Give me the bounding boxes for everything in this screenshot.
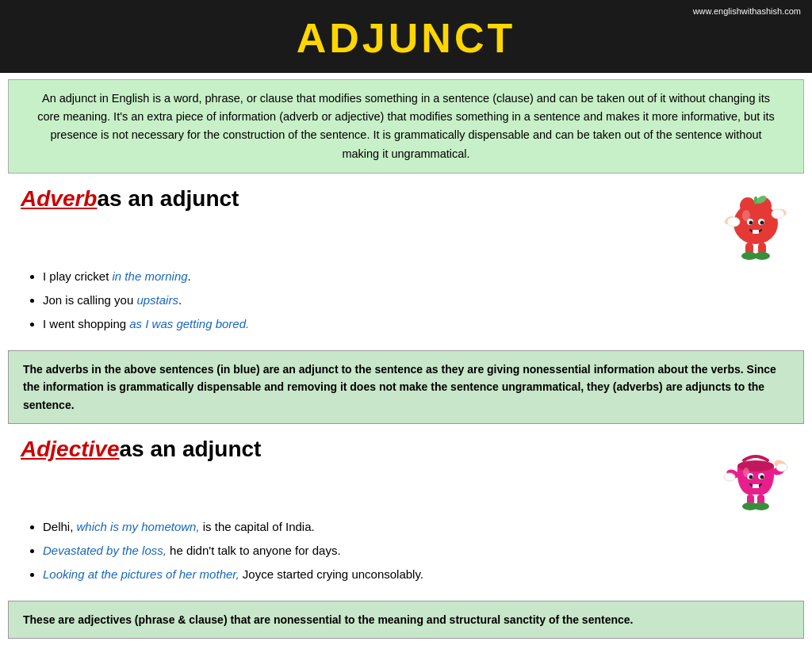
definition-text: An adjunct in English is a word, phrase,…	[37, 92, 775, 160]
adjective-heading-rest: as an adjunct	[120, 437, 262, 462]
bullet-text-after: .	[188, 269, 191, 283]
adverb-bullet-list: I play cricket in the morning. Jon is ca…	[43, 265, 791, 336]
apple-mascot	[720, 182, 791, 265]
adverb-heading: Adverb as an adjunct	[21, 186, 720, 212]
bullet-text-before: I went shopping	[43, 317, 129, 330]
bullet-text-after: is the capital of India.	[200, 520, 315, 533]
definition-box: An adjunct in English is a word, phrase,…	[8, 79, 804, 174]
adjective-heading-colored: Adjective	[21, 437, 120, 462]
page-title: ADJUNCT	[8, 14, 804, 62]
bullet-text-before: I play cricket	[43, 269, 113, 283]
page-header: www.englishwithashish.com ADJUNCT	[0, 0, 812, 73]
bullet-text-after: Joyce started crying unconsolably.	[239, 567, 423, 581]
svg-point-34	[743, 468, 749, 477]
list-item: I went shopping as I was getting bored.	[43, 312, 791, 336]
bullet-text-before: Jon is calling you	[43, 293, 136, 307]
adjective-info-text: These are adjectives (phrase & clause) t…	[23, 613, 633, 626]
list-item: Delhi, which is my hometown, is the capi…	[43, 515, 791, 539]
list-item: Devastated by the loss, he didn't talk t…	[43, 539, 791, 563]
bullet-colored-text: as I was getting bored.	[129, 317, 249, 330]
svg-point-24	[760, 475, 764, 479]
svg-point-23	[749, 475, 753, 479]
adverb-info-text: The adverbs in the above sentences (in b…	[23, 363, 776, 411]
website-url: www.englishwithashish.com	[693, 6, 801, 16]
bullet-colored-text: Looking at the pictures of her mother,	[43, 567, 239, 581]
adjective-heading: Adjective as an adjunct	[21, 437, 720, 462]
bullet-colored-text: Devastated by the loss,	[43, 544, 167, 557]
bullet-text-after: .	[178, 293, 182, 307]
svg-point-20	[737, 460, 774, 471]
svg-point-2	[733, 203, 778, 244]
bullet-colored-text: in the morning	[113, 269, 188, 283]
svg-point-13	[727, 217, 740, 227]
svg-rect-25	[753, 484, 759, 488]
adjective-info-box: These are adjectives (phrase & clause) t…	[8, 601, 804, 639]
svg-point-29	[776, 464, 787, 471]
bullet-colored-text: which is my hometown,	[77, 520, 200, 533]
list-item: I play cricket in the morning.	[43, 265, 791, 288]
svg-point-18	[754, 252, 770, 260]
bullet-text-before: Delhi,	[43, 520, 77, 533]
svg-point-10	[749, 220, 753, 224]
adverb-info-box: The adverbs in the above sentences (in b…	[8, 350, 804, 424]
list-item: Looking at the pictures of her mother, J…	[43, 563, 791, 586]
adverb-section: Adverb as an adjunct	[8, 180, 804, 344]
list-item: Jon is calling you upstairs.	[43, 288, 791, 312]
adjective-bullet-list: Delhi, which is my hometown, is the capi…	[43, 515, 791, 586]
svg-rect-12	[753, 230, 759, 234]
svg-point-28	[724, 473, 735, 481]
adjective-section: Adjective as an adjunct	[8, 430, 804, 594]
svg-point-14	[772, 209, 784, 219]
bullet-text-after: he didn't talk to anyone for days.	[167, 544, 341, 557]
bucket-mascot	[720, 433, 791, 515]
svg-point-33	[753, 502, 769, 510]
svg-point-11	[760, 220, 764, 224]
adverb-heading-colored: Adverb	[21, 186, 97, 212]
adverb-heading-rest: as an adjunct	[97, 186, 239, 212]
bullet-colored-text: upstairs	[136, 293, 178, 307]
